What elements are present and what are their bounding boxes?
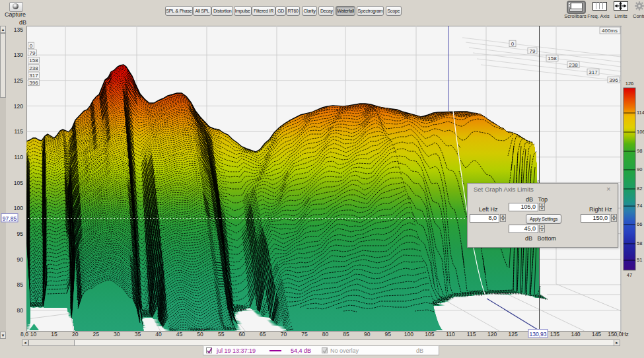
svg-text:20: 20 bbox=[72, 331, 79, 338]
svg-text:120: 120 bbox=[487, 331, 497, 338]
svg-text:317: 317 bbox=[29, 73, 38, 79]
svg-text:90: 90 bbox=[637, 166, 642, 172]
svg-text:110: 110 bbox=[446, 331, 455, 338]
svg-text:140: 140 bbox=[571, 331, 580, 338]
svg-text:97,85: 97,85 bbox=[3, 215, 17, 222]
svg-text:51: 51 bbox=[637, 257, 642, 263]
svg-text:80: 80 bbox=[322, 331, 329, 338]
svg-text:47: 47 bbox=[627, 272, 632, 278]
svg-text:95: 95 bbox=[385, 331, 392, 338]
svg-text:158: 158 bbox=[29, 57, 38, 63]
svg-text:396: 396 bbox=[29, 80, 38, 86]
svg-text:0: 0 bbox=[511, 41, 515, 47]
svg-text:106: 106 bbox=[637, 129, 644, 135]
svg-text:65: 65 bbox=[260, 331, 266, 338]
svg-text:79: 79 bbox=[30, 50, 36, 56]
svg-text:158: 158 bbox=[548, 55, 557, 61]
svg-text:98: 98 bbox=[637, 148, 642, 154]
svg-text:85: 85 bbox=[343, 331, 349, 338]
svg-text:40: 40 bbox=[155, 331, 162, 338]
svg-text:317: 317 bbox=[589, 69, 598, 75]
svg-text:238: 238 bbox=[29, 65, 38, 71]
svg-text:35: 35 bbox=[135, 331, 141, 338]
svg-text:90: 90 bbox=[364, 331, 371, 338]
svg-text:70: 70 bbox=[281, 331, 287, 338]
svg-text:66: 66 bbox=[637, 221, 642, 227]
svg-text:79: 79 bbox=[530, 48, 536, 54]
svg-text:50: 50 bbox=[197, 331, 203, 338]
svg-text:30: 30 bbox=[114, 331, 120, 338]
svg-text:15: 15 bbox=[51, 331, 57, 338]
svg-text:145: 145 bbox=[592, 331, 601, 338]
svg-text:10: 10 bbox=[30, 331, 37, 338]
svg-text:58: 58 bbox=[637, 240, 642, 246]
svg-text:125: 125 bbox=[509, 331, 518, 338]
svg-text:82: 82 bbox=[637, 186, 642, 192]
svg-text:400ms: 400ms bbox=[602, 28, 618, 34]
svg-text:396: 396 bbox=[609, 77, 618, 83]
svg-text:45: 45 bbox=[176, 331, 183, 338]
svg-text:150,0Hz: 150,0Hz bbox=[608, 331, 629, 338]
svg-text:238: 238 bbox=[569, 62, 578, 68]
svg-text:55: 55 bbox=[218, 331, 225, 338]
svg-text:0: 0 bbox=[30, 43, 33, 49]
svg-text:74: 74 bbox=[637, 203, 642, 209]
svg-text:114: 114 bbox=[637, 110, 644, 116]
svg-text:105: 105 bbox=[425, 331, 434, 338]
svg-text:115: 115 bbox=[467, 331, 476, 338]
svg-text:130,93: 130,93 bbox=[530, 331, 547, 338]
svg-text:100: 100 bbox=[404, 331, 413, 338]
svg-text:75: 75 bbox=[301, 331, 308, 338]
svg-text:135: 135 bbox=[550, 331, 559, 338]
svg-text:25: 25 bbox=[92, 331, 99, 338]
svg-text:60: 60 bbox=[238, 331, 245, 338]
svg-text:126: 126 bbox=[626, 81, 634, 87]
svg-text:8,0: 8,0 bbox=[20, 331, 28, 338]
